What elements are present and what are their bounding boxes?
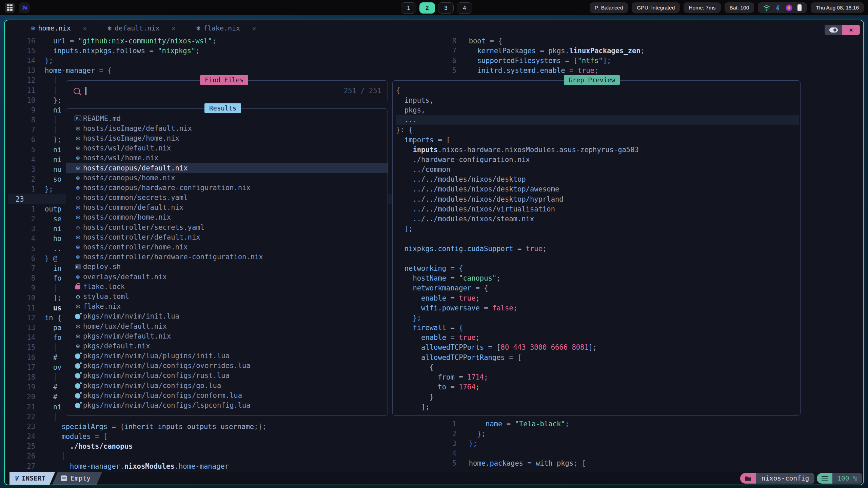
tab-home.nix[interactable]: home.nix× xyxy=(31,24,87,32)
code-line[interactable]: 3 }; xyxy=(435,439,586,448)
result-item[interactable]: overlays/default.nix xyxy=(66,272,388,282)
result-item[interactable]: pkgs/nvim/default.nix xyxy=(66,331,388,341)
toggle-button[interactable] xyxy=(825,25,842,35)
code-line[interactable]: 14}; xyxy=(10,56,267,65)
result-item[interactable]: README.md xyxy=(66,114,388,123)
code-line[interactable]: } xyxy=(396,392,799,402)
code-line[interactable]: inputs, xyxy=(396,95,799,105)
result-item[interactable]: flake.nix xyxy=(66,302,388,311)
code-line[interactable]: firewall = { xyxy=(396,323,799,333)
code-line[interactable]: to = 1764; xyxy=(396,382,799,392)
code-line[interactable]: ../common xyxy=(396,165,799,175)
code-line[interactable] xyxy=(396,253,799,263)
code-line[interactable]: networking = { xyxy=(396,263,799,273)
wifi-icon[interactable] xyxy=(763,4,770,11)
workspace-button-3[interactable]: 3 xyxy=(438,2,454,14)
code-line[interactable]: }; xyxy=(396,313,799,323)
code-line[interactable]: enable = true; xyxy=(396,293,799,303)
workspace-button-4[interactable]: 4 xyxy=(457,2,472,14)
result-item[interactable]: hosts/wsl/home.nix xyxy=(66,153,388,163)
code-line[interactable]: from = 1714; xyxy=(396,372,799,382)
code-line[interactable]: 25 ./hosts/canopus xyxy=(10,442,267,451)
code-line[interactable]: allowedTCPPortRanges = [ xyxy=(396,352,799,362)
tab-flake.nix[interactable]: flake.nix× xyxy=(196,24,256,32)
code-line[interactable]: 24 modules = [ xyxy=(10,432,267,442)
code-line[interactable]: }: { xyxy=(396,125,799,135)
code-line[interactable]: hostName = "canopus"; xyxy=(396,273,799,283)
result-item[interactable]: hosts/common/default.nix xyxy=(66,203,388,212)
result-item[interactable]: pkgs/default.nix xyxy=(66,341,388,351)
code-line[interactable]: nixpkgs.config.cudaSupport = true; xyxy=(396,244,799,253)
tab-close-icon[interactable]: × xyxy=(252,25,256,32)
app-launcher-button[interactable] xyxy=(5,3,15,13)
code-line[interactable]: 27 home-manager.nixosModules.home-manage… xyxy=(10,461,267,471)
code-line[interactable]: 15 inputs.nixpkgs.follows = "nixpkgs"; xyxy=(10,46,267,56)
code-line[interactable]: 2 }; xyxy=(435,429,586,439)
result-item[interactable]: pkgs/nvim/nvim/lua/configs/go.lua xyxy=(66,381,388,390)
result-item[interactable]: hosts/common/secrets.yaml xyxy=(66,193,388,203)
code-line[interactable]: ../../modules/nixos/virtualisation xyxy=(396,204,799,214)
result-item[interactable]: stylua.toml xyxy=(66,291,388,301)
code-line[interactable]: ./hardware-configuration.nix xyxy=(396,155,799,164)
phone-icon[interactable] xyxy=(797,4,802,11)
result-item[interactable]: hosts/canopus/home.nix xyxy=(66,173,388,183)
code-line[interactable]: 5 home.packages = with pkgs; [ xyxy=(435,459,586,468)
workspace-button-1[interactable]: 1 xyxy=(401,2,416,14)
code-line[interactable]: ../../modules/nixos/desktop/awesome xyxy=(396,184,799,194)
clock[interactable]: Thu Aug 08, 18:16 xyxy=(811,2,864,13)
code-line[interactable]: pkgs, xyxy=(396,105,799,115)
result-item[interactable]: home/tux/default.nix xyxy=(66,321,388,331)
window-close-button[interactable]: × xyxy=(842,25,860,35)
tab-close-icon[interactable]: × xyxy=(172,25,176,32)
tab-close-icon[interactable]: × xyxy=(83,25,87,32)
result-item[interactable]: hosts/controller/secrets.yaml xyxy=(66,222,388,232)
code-line[interactable]: { xyxy=(396,362,799,372)
result-item[interactable]: hosts/controller/home.nix xyxy=(66,242,388,252)
code-line[interactable] xyxy=(396,234,799,244)
code-line[interactable]: 23 specialArgs = {inherit inputs outputs… xyxy=(10,422,267,431)
result-item[interactable]: pkgs/nvim/nvim/lua/configs/rust.lua xyxy=(66,371,388,381)
result-item[interactable]: pkgs/nvim/nvim/init.lua xyxy=(66,311,388,321)
result-item[interactable]: hosts/canopus/hardware-configuration.nix xyxy=(66,183,388,192)
result-item[interactable]: hosts/controller/hardware-configuration.… xyxy=(66,252,388,262)
result-item[interactable]: pkgs/nvim/nvim/lua/configs/lspconfig.lua xyxy=(66,400,388,410)
code-line[interactable]: ]; xyxy=(396,402,799,412)
code-line[interactable]: 16 url = "github:nix-community/nixos-wsl… xyxy=(10,36,267,46)
code-line[interactable]: ../../modules/nixos/steam.nix xyxy=(396,214,799,224)
code-line[interactable]: 7 kernelPackages = pkgs.linuxPackages_ze… xyxy=(435,46,645,56)
result-item[interactable]: hosts/controller/default.nix xyxy=(66,232,388,242)
code-line[interactable]: 1 name = "Tela-black"; xyxy=(435,419,586,429)
code-line[interactable]: ../../modules/nixos/desktop xyxy=(396,175,799,184)
code-line[interactable]: ]; xyxy=(396,224,799,234)
code-line[interactable]: wifi.powersave = false; xyxy=(396,303,799,313)
result-item[interactable]: pkgs/nvim/nvim/lua/configs/conform.lua xyxy=(66,390,388,400)
code-line[interactable]: inputs.nixos-hardware.nixosModules.asus-… xyxy=(396,145,799,155)
code-line[interactable]: 26 │ xyxy=(10,451,267,461)
result-item[interactable]: hosts/isoImage/default.nix xyxy=(66,123,388,133)
bluetooth-icon[interactable] xyxy=(775,4,781,12)
code-line[interactable]: 6 supportedFilesystems = ["ntfs"]; xyxy=(435,56,645,65)
media-icon[interactable] xyxy=(785,4,793,12)
result-item[interactable]: pkgs/nvim/nvim/lua/plugins/init.lua xyxy=(66,351,388,361)
code-line[interactable]: imports = [ xyxy=(396,135,799,145)
result-item[interactable]: hosts/wsl/default.nix xyxy=(66,143,388,153)
result-item[interactable]: pkgs/nvim/nvim/lua/configs/overrides.lua xyxy=(66,361,388,371)
code-line[interactable]: ... xyxy=(396,115,799,125)
code-line[interactable]: ../../modules/nixos/desktop/hyprland xyxy=(396,194,799,204)
code-line[interactable]: 8 boot = { xyxy=(435,36,645,46)
code-line[interactable]: enable = true; xyxy=(396,333,799,343)
result-item[interactable]: hosts/common/home.nix xyxy=(66,212,388,222)
result-item[interactable]: hosts/isoImage/home.nix xyxy=(66,133,388,143)
code-line[interactable]: { xyxy=(396,85,799,95)
code-line[interactable]: 13home-manager = { xyxy=(10,66,267,76)
result-item[interactable]: flake.lock xyxy=(66,282,388,291)
code-line[interactable]: 5 initrd.systemd.enable = true; xyxy=(435,66,645,76)
code-line[interactable]: networkmanager = { xyxy=(396,283,799,293)
result-item[interactable]: hosts/canopus/default.nix xyxy=(66,163,388,173)
tab-default.nix[interactable]: default.nix× xyxy=(108,24,176,32)
code-line[interactable]: allowedTCPPorts = [80 443 3000 6666 8081… xyxy=(396,343,799,352)
code-line[interactable]: 4 xyxy=(435,449,586,459)
workspace-button-2[interactable]: 2 xyxy=(419,2,435,14)
logo-button[interactable]: JW xyxy=(19,2,30,13)
result-item[interactable]: deploy.sh xyxy=(66,262,388,272)
